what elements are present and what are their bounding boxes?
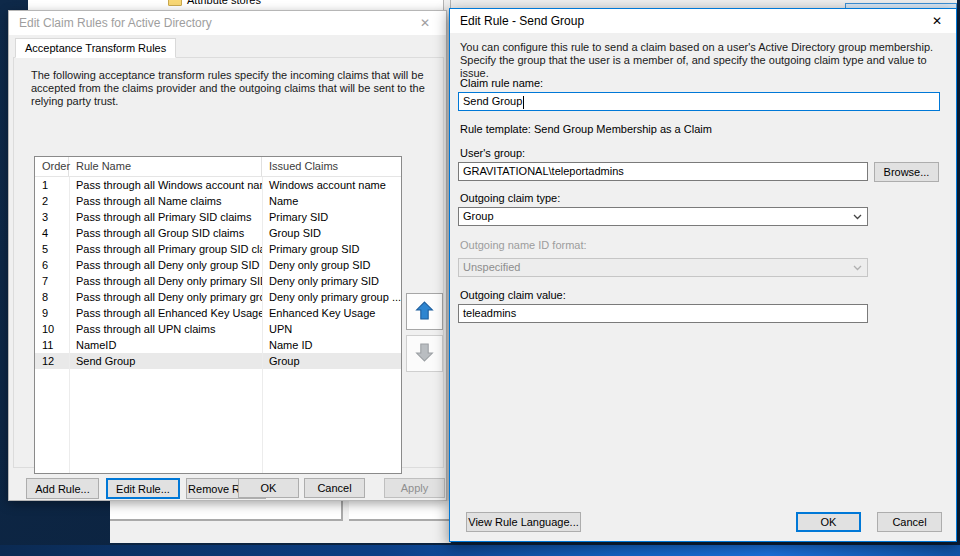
close-icon[interactable]: ✕ [924, 11, 950, 31]
tree-item-label: Attribute stores [187, 0, 261, 6]
left-dialog-title: Edit Claim Rules for Active Directory [9, 16, 212, 30]
list-header[interactable]: Order Rule Name Issued Claims [35, 157, 401, 177]
folder-icon [168, 0, 182, 6]
arrow-down-icon [415, 343, 434, 364]
column-header-issued-claims[interactable]: Issued Claims [262, 157, 401, 176]
rule-template-text: Rule template: Send Group Membership as … [460, 123, 712, 135]
left-dialog-titlebar: Edit Claim Rules for Active Directory [9, 11, 446, 35]
table-row[interactable]: 1 Pass through all Windows account name.… [35, 177, 401, 193]
table-row[interactable]: 4 Pass through all Group SID claims Grou… [35, 225, 401, 241]
outgoing-claim-type-select[interactable]: Group [458, 207, 868, 226]
apply-button[interactable]: Apply [384, 478, 445, 498]
table-row[interactable]: 7 Pass through all Deny only primary SID… [35, 273, 401, 289]
cancel-button[interactable]: Cancel [877, 512, 942, 532]
arrow-up-icon [415, 301, 434, 322]
table-row[interactable]: 2 Pass through all Name claims Name [35, 193, 401, 209]
cancel-button[interactable]: Cancel [304, 478, 365, 498]
right-dialog-titlebar: Edit Rule - Send Group [450, 9, 956, 33]
move-rule-up-button[interactable] [406, 293, 443, 330]
close-icon[interactable]: ✕ [412, 13, 438, 33]
edit-rule-button[interactable]: Edit Rule... [106, 478, 180, 499]
chevron-down-icon [849, 209, 866, 224]
chevron-down-icon [849, 260, 866, 275]
view-rule-language-button[interactable]: View Rule Language... [466, 512, 581, 532]
tab-acceptance-transform-rules[interactable]: Acceptance Transform Rules [15, 38, 176, 58]
table-row[interactable]: 11 NameID Name ID [35, 337, 401, 353]
edit-rule-send-group-dialog: Edit Rule - Send Group ✕ You can configu… [449, 8, 957, 542]
tree-item-attribute-stores: Attribute stores [168, 0, 261, 6]
claim-rule-name-label: Claim rule name: [460, 77, 543, 89]
table-row[interactable]: 6 Pass through all Deny only group SID c… [35, 257, 401, 273]
column-header-rule-name[interactable]: Rule Name [69, 157, 262, 176]
rule-description: You can configure this rule to send a cl… [460, 41, 948, 80]
ok-button[interactable]: OK [238, 478, 299, 498]
background-window-top: Attribute stores [28, 0, 443, 10]
outgoing-claim-value-label: Outgoing claim value: [460, 289, 566, 301]
outgoing-claim-type-label: Outgoing claim type: [460, 192, 560, 204]
outgoing-name-id-format-select: Unspecified [458, 258, 868, 277]
table-row[interactable]: 10 Pass through all UPN claims UPN [35, 321, 401, 337]
background-list-panel-2 [349, 501, 449, 521]
ok-button[interactable]: OK [796, 512, 861, 532]
move-rule-down-button[interactable] [406, 335, 443, 372]
table-row[interactable]: 8 Pass through all Deny only primary gro… [35, 289, 401, 305]
claim-rules-list[interactable]: Order Rule Name Issued Claims 1 Pass thr… [34, 156, 402, 474]
background-list-panel [110, 501, 343, 521]
users-group-input[interactable]: GRAVITATIONAL\teleportadmins [458, 162, 868, 181]
table-row[interactable]: 3 Pass through all Primary SID claims Pr… [35, 209, 401, 225]
table-row[interactable]: 12 Send Group Group [35, 353, 401, 369]
outgoing-name-id-format-label: Outgoing name ID format: [460, 239, 587, 251]
tab-page: The following acceptance transform rules… [13, 57, 444, 468]
right-dialog-title: Edit Rule - Send Group [450, 14, 584, 28]
desktop-bottom-band [0, 545, 960, 556]
add-rule-button[interactable]: Add Rule... [26, 478, 99, 499]
rules-table-body: 1 Pass through all Windows account name.… [35, 177, 401, 369]
claim-rule-name-input[interactable]: Send Group [458, 92, 940, 111]
column-header-order[interactable]: Order [35, 157, 69, 176]
edit-claim-rules-dialog: Edit Claim Rules for Active Directory ✕ … [8, 10, 447, 501]
text-caret [523, 96, 524, 109]
outgoing-claim-value-input[interactable]: teleadmins [458, 304, 868, 323]
table-row[interactable]: 5 Pass through all Primary group SID cla… [35, 241, 401, 257]
table-row[interactable]: 9 Pass through all Enhanced Key Usage cl… [35, 305, 401, 321]
rules-description: The following acceptance transform rules… [31, 69, 435, 108]
browse-button[interactable]: Browse... [874, 162, 939, 182]
users-group-label: User's group: [460, 147, 525, 159]
